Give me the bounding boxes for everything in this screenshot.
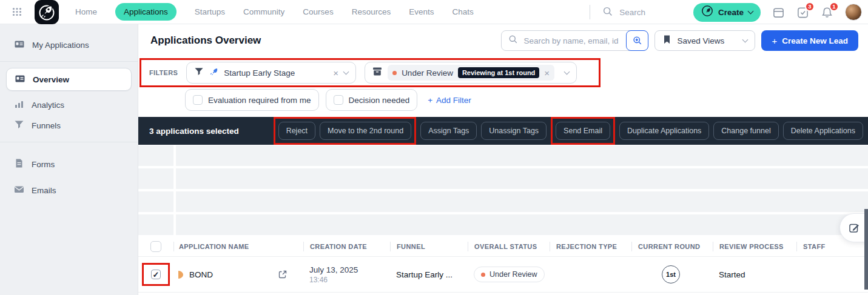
create-button[interactable]: Create bbox=[693, 3, 761, 22]
status-filter-value: Under Review bbox=[402, 68, 453, 78]
application-name-cell: BOND bbox=[173, 270, 303, 279]
empty-row bbox=[138, 214, 868, 235]
saved-views-dropdown[interactable]: Saved Views bbox=[654, 30, 755, 51]
clear-filter-icon[interactable]: × bbox=[544, 68, 550, 78]
applications-search-input[interactable]: Search by name, email, id bbox=[501, 30, 648, 51]
apps-grid-icon[interactable] bbox=[12, 7, 22, 16]
create-new-lead-label: Create New Lead bbox=[782, 36, 848, 45]
quick-filter-label: Evaluation required from me bbox=[208, 96, 311, 105]
review-process-cell: Started bbox=[713, 269, 796, 280]
bar-chart-icon bbox=[14, 99, 24, 111]
column-header-overall-status[interactable]: OVERALL STATUS bbox=[468, 242, 550, 251]
column-header-creation-date[interactable]: CREATION DATE bbox=[303, 242, 390, 251]
sidebar-item-analytics[interactable]: Analytics bbox=[0, 94, 138, 115]
sidebar-item-funnels[interactable]: Funnels bbox=[0, 115, 138, 136]
column-header-current-round[interactable]: CURRENT ROUND bbox=[631, 242, 713, 251]
nav-item-home[interactable]: Home bbox=[75, 7, 97, 16]
quick-filter-decision[interactable]: Decision needed bbox=[326, 89, 418, 111]
change-funnel-button[interactable]: Change funnel bbox=[713, 122, 778, 140]
delete-applications-button[interactable]: Delete Applications bbox=[783, 122, 863, 140]
document-icon bbox=[14, 158, 24, 170]
nav-item-chats[interactable]: Chats bbox=[452, 7, 473, 16]
quick-filter-evaluation[interactable]: Evaluation required from me bbox=[185, 89, 319, 111]
sidebar-divider bbox=[0, 142, 138, 142]
creation-time: 13:46 bbox=[309, 276, 390, 284]
add-filter-label: Add Filter bbox=[436, 96, 471, 105]
notifications-button[interactable]: 1 bbox=[821, 6, 833, 19]
nav-right-controls: Search Create bbox=[590, 0, 862, 24]
column-header-application-name[interactable]: APPLICATION NAME bbox=[173, 242, 303, 251]
nav-item-startups[interactable]: Startups bbox=[195, 7, 225, 16]
column-header-review-process[interactable]: REVIEW PROCESS bbox=[713, 242, 796, 251]
funnel-filter-dropdown[interactable]: Startup Early Stage × bbox=[186, 62, 356, 84]
table-row[interactable]: ✓ BOND July 13, 2025 13:46 Startup Earl bbox=[138, 257, 868, 293]
nav-item-community[interactable]: Community bbox=[243, 7, 284, 16]
create-new-lead-button[interactable]: + Create New Lead bbox=[761, 30, 858, 51]
sidebar-item-emails[interactable]: Emails bbox=[0, 180, 138, 201]
send-email-button[interactable]: Send Email bbox=[556, 122, 610, 140]
sidebar-item-label: Analytics bbox=[32, 101, 64, 110]
page-title: Applications Overview bbox=[150, 35, 261, 47]
row-checkbox[interactable]: ✓ bbox=[151, 270, 161, 279]
nav-item-events[interactable]: Events bbox=[409, 7, 434, 16]
column-header-staff[interactable]: STAFF bbox=[796, 242, 868, 251]
status-filter-dropdown[interactable]: Under Review Reviewing at 1st round × bbox=[365, 62, 577, 84]
select-all-checkbox[interactable] bbox=[150, 241, 161, 252]
scrollbar-thumb[interactable] bbox=[864, 209, 868, 290]
assign-tags-button[interactable]: Assign Tags bbox=[420, 122, 477, 140]
nav-item-courses[interactable]: Courses bbox=[303, 7, 333, 16]
id-card-icon bbox=[14, 39, 25, 51]
status-badge: Under Review bbox=[474, 267, 545, 282]
edit-columns-button[interactable] bbox=[839, 213, 868, 242]
annotation-checkbox-box: ✓ bbox=[142, 263, 170, 286]
id-card-icon bbox=[15, 73, 25, 86]
selection-count-text: 3 applications selected bbox=[149, 127, 239, 136]
quick-filters-row: Evaluation required from me Decision nee… bbox=[185, 89, 471, 111]
rocket-logo[interactable] bbox=[35, 0, 59, 24]
annotation-send-email-box: Send Email bbox=[551, 117, 615, 145]
evaluation-checkbox[interactable] bbox=[193, 95, 203, 105]
column-header-rejection-type[interactable]: REJECTION TYPE bbox=[550, 242, 631, 251]
move-to-2nd-round-button[interactable]: Move to the 2nd round bbox=[320, 122, 411, 140]
filters-section-label: FILTERS bbox=[149, 69, 178, 76]
external-link-icon[interactable] bbox=[278, 270, 288, 279]
decision-checkbox[interactable] bbox=[334, 95, 343, 105]
calendar-button[interactable] bbox=[772, 6, 785, 19]
nav-item-applications[interactable]: Applications bbox=[115, 3, 177, 21]
sidebar-item-forms[interactable]: Forms bbox=[0, 154, 138, 174]
sidebar-item-label: Funnels bbox=[32, 121, 61, 130]
plus-icon: + bbox=[772, 36, 777, 46]
sidebar-item-label: Overview bbox=[33, 75, 69, 84]
empty-row bbox=[138, 191, 868, 212]
tasks-button[interactable]: 3 bbox=[796, 6, 809, 19]
clear-filter-icon[interactable]: × bbox=[333, 68, 338, 78]
funnel-cell: Startup Early ... bbox=[390, 269, 468, 280]
table-header: APPLICATION NAME CREATION DATE FUNNEL OV… bbox=[138, 236, 868, 257]
unassign-tags-button[interactable]: Unassign Tags bbox=[481, 122, 547, 140]
column-header-funnel[interactable]: FUNNEL bbox=[390, 242, 468, 251]
current-round-badge: 1st bbox=[662, 265, 680, 283]
sidebar-item-label: Emails bbox=[32, 186, 56, 195]
filter-funnel-icon bbox=[194, 67, 204, 79]
annotation-reject-move-box: Reject Move to the 2nd round bbox=[274, 117, 417, 145]
user-avatar[interactable] bbox=[845, 4, 862, 21]
status-dot-icon bbox=[392, 71, 397, 75]
chevron-down-icon bbox=[742, 36, 749, 42]
application-name[interactable]: BOND bbox=[189, 270, 213, 279]
sidebar-item-overview[interactable]: Overview bbox=[6, 68, 132, 91]
global-search[interactable]: Search bbox=[602, 5, 645, 19]
funnel-filter-value: Startup Early Stage bbox=[224, 68, 295, 78]
application-logo-icon bbox=[178, 271, 183, 279]
reject-button[interactable]: Reject bbox=[278, 122, 315, 140]
search-icon bbox=[602, 5, 614, 19]
search-icon bbox=[508, 34, 519, 47]
nav-item-resources[interactable]: Resources bbox=[352, 7, 391, 16]
sidebar-item-my-applications[interactable]: My Applications bbox=[0, 35, 138, 55]
nav-divider bbox=[590, 5, 590, 19]
global-search-placeholder: Search bbox=[619, 8, 645, 17]
add-filter-button[interactable]: + Add Filter bbox=[428, 96, 471, 105]
duplicate-applications-button[interactable]: Duplicate Applications bbox=[619, 122, 709, 140]
advanced-search-button[interactable] bbox=[626, 30, 648, 51]
status-round-badge: Reviewing at 1st round bbox=[458, 67, 539, 78]
funnel-icon bbox=[14, 119, 24, 131]
